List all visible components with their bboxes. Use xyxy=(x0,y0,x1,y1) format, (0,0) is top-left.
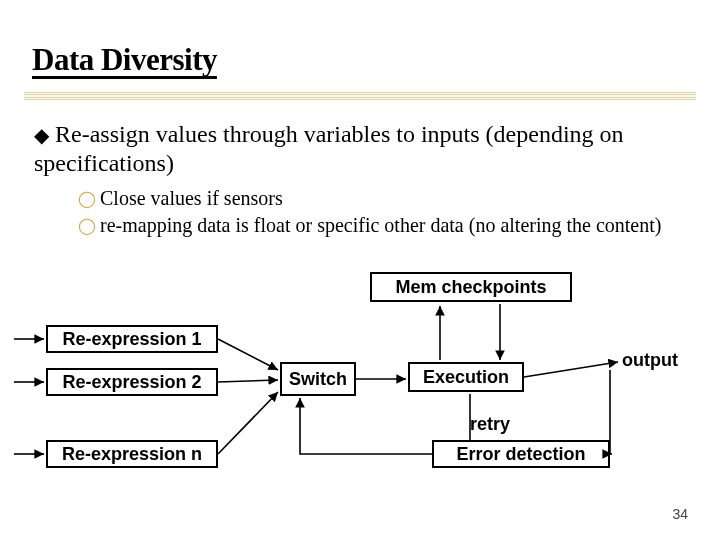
box-re-expression-n: Re-expression n xyxy=(46,440,218,468)
box-switch: Switch xyxy=(280,362,356,396)
title-decor-line xyxy=(24,92,696,102)
sub-bullet-list: ◯Close values if sensors ◯re-mapping dat… xyxy=(78,186,680,240)
box-execution: Execution xyxy=(408,362,524,392)
label-output: output xyxy=(622,350,678,371)
box-error-detection: Error detection xyxy=(432,440,610,468)
box-mem-checkpoints: Mem checkpoints xyxy=(370,272,572,302)
label-retry: retry xyxy=(470,414,510,435)
box-label: Re-expression 1 xyxy=(62,329,201,350)
sub-bullet-marker-icon: ◯ xyxy=(78,189,96,209)
box-re-expression-1: Re-expression 1 xyxy=(46,325,218,353)
slide-title-wrap: Data Diversity xyxy=(32,42,217,79)
slide-title: Data Diversity xyxy=(32,42,217,78)
page-number: 34 xyxy=(672,506,688,522)
box-label: Error detection xyxy=(456,444,585,465)
svg-line-5 xyxy=(218,392,278,454)
sub-bullet-item: ◯re-mapping data is float or specific ot… xyxy=(78,213,680,238)
box-label: Execution xyxy=(423,367,509,388)
sub-bullet-text: Close values if sensors xyxy=(100,187,283,209)
box-re-expression-2: Re-expression 2 xyxy=(46,368,218,396)
main-bullet: ◆Re-assign values through variables to i… xyxy=(34,120,680,178)
main-bullet-text: Re-assign values through variables to in… xyxy=(34,121,624,176)
box-label: Mem checkpoints xyxy=(395,277,546,298)
bullet-marker-icon: ◆ xyxy=(34,124,49,146)
svg-line-7 xyxy=(524,362,618,377)
sub-bullet-item: ◯Close values if sensors xyxy=(78,186,680,211)
svg-line-4 xyxy=(218,380,278,382)
svg-line-3 xyxy=(218,339,278,370)
sub-bullet-marker-icon: ◯ xyxy=(78,216,96,236)
box-label: Switch xyxy=(289,369,347,390)
sub-bullet-text: re-mapping data is float or specific oth… xyxy=(100,214,661,236)
box-label: Re-expression 2 xyxy=(62,372,201,393)
box-label: Re-expression n xyxy=(62,444,202,465)
